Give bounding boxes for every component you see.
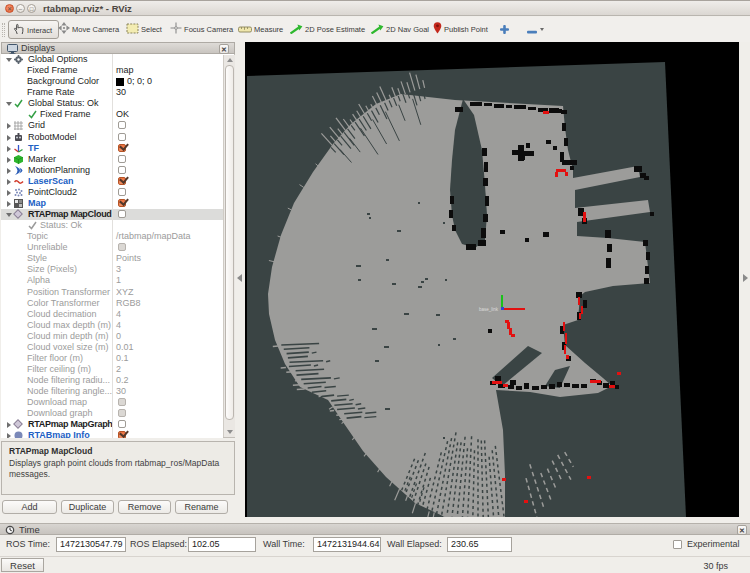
svg-text:base_link: base_link	[479, 307, 499, 312]
